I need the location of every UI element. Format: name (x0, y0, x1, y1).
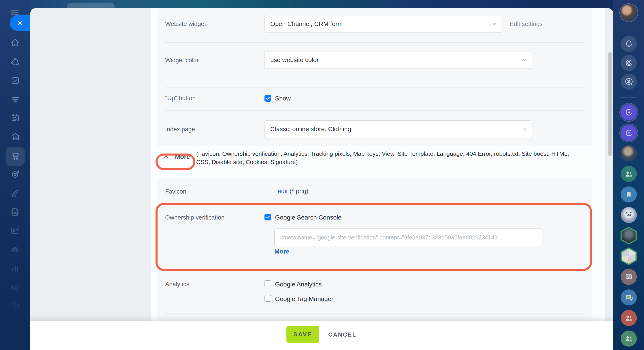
more-items-list: (Favicon, Ownership verification, Analyt… (196, 150, 577, 166)
favicon-edit-link[interactable]: edit (278, 188, 288, 194)
chat-lines-button[interactable] (621, 289, 637, 306)
collaboration-icon (10, 57, 20, 67)
storage-icon (10, 132, 20, 142)
panel-left-column (30, 8, 151, 321)
menu-icon[interactable] (11, 10, 18, 15)
close-icon (16, 20, 23, 26)
edit-settings-link[interactable]: Edit settings (510, 20, 543, 28)
messenger-button[interactable] (621, 74, 637, 90)
hex-avatar-1[interactable] (620, 227, 638, 244)
close-panel-button[interactable] (10, 15, 30, 31)
ownership-verification-label: Ownership verification (165, 214, 225, 221)
sidebar-item-tasks[interactable] (10, 76, 20, 86)
sidebar-item-planner[interactable] (10, 113, 20, 123)
verification-meta-input[interactable]: <meta name="google-site-verification" co… (274, 228, 542, 246)
chevron-down-icon (522, 57, 528, 63)
favicon-hint: (*.png) (288, 188, 308, 194)
app-window: Website widget Open Channel, CRM form Ed… (0, 0, 644, 350)
chat-transfer-icon (624, 77, 634, 86)
copilot-button[interactable] (621, 55, 637, 71)
sidebar-item-ai[interactable] (10, 244, 20, 254)
index-page-label: Index page (165, 126, 195, 133)
sidebar-item-package[interactable] (10, 301, 20, 311)
hex-avatar-2[interactable] (620, 247, 638, 265)
settings-panel: Website widget Open Channel, CRM form Ed… (30, 8, 613, 350)
copilot-icon (624, 58, 634, 68)
widget-settings-card: Website widget Open Channel, CRM form Ed… (157, 8, 592, 146)
rail-divider (620, 97, 637, 98)
user-avatar[interactable] (620, 4, 637, 21)
more-toggle[interactable]: More (175, 153, 190, 160)
home-icon (10, 38, 20, 48)
users-group-red[interactable] (621, 310, 637, 326)
bookmark-icon (624, 190, 634, 199)
copilot-purple-1[interactable] (621, 104, 637, 120)
avatar-cat[interactable] (621, 207, 637, 223)
sidebar-item-documents[interactable] (10, 207, 20, 217)
notifications-button[interactable] (621, 36, 637, 52)
check-icon (266, 214, 270, 220)
sidebar-item-box[interactable] (10, 282, 20, 292)
sidebar-item-marketing[interactable] (10, 169, 20, 179)
index-page-select[interactable]: Classic online store. Clothing (264, 120, 532, 138)
sidebar-item-collaboration[interactable] (10, 57, 20, 67)
google-tag-manager-checkbox[interactable] (264, 295, 271, 302)
chevron-down-icon (522, 126, 528, 132)
sidebar-item-store[interactable] (10, 150, 20, 161)
save-button[interactable]: SAVE (286, 326, 319, 343)
sidebar-item-feed[interactable] (10, 94, 20, 104)
show-option-label: Show (275, 95, 291, 102)
rail-divider (620, 30, 637, 30)
sidebar-item-statistics[interactable] (10, 263, 20, 274)
index-page-value: Classic online store. Clothing (270, 126, 351, 133)
scrollbar-track[interactable] (605, 8, 613, 321)
widget-color-value: use website color (270, 56, 319, 64)
left-sidebar (0, 0, 30, 350)
sidebar-item-storage[interactable] (10, 132, 20, 142)
website-widget-label: Website widget (165, 20, 206, 28)
sidebar-item-contact-card[interactable] (10, 225, 20, 236)
website-widget-select[interactable]: Open Channel, CRM form (264, 15, 502, 33)
users-icon (624, 313, 634, 323)
verification-meta-placeholder: <meta name="google-site-verification" co… (280, 234, 502, 241)
footer-action-bar: SAVE CANCEL (30, 321, 613, 350)
widget-color-select[interactable]: use website color (264, 51, 532, 69)
widget-color-label: Widget color (165, 57, 199, 64)
chevron-up-icon[interactable] (163, 154, 170, 160)
show-checkbox[interactable] (264, 95, 271, 102)
document-edit-icon (10, 207, 20, 217)
site-settings-card: Favicon edit (*.png) Ownership verificat… (157, 180, 592, 321)
pen-icon (10, 188, 20, 198)
sidebar-item-sign[interactable] (10, 188, 20, 198)
google-search-console-checkbox[interactable] (264, 214, 271, 220)
row-divider (165, 313, 583, 314)
monitor-check-icon (624, 272, 634, 282)
right-sidebar (613, 0, 644, 350)
scrollbar-thumb[interactable] (608, 52, 612, 156)
up-button-label: "Up" button (165, 95, 196, 102)
analytics-label: Analytics (165, 281, 189, 288)
copilot-purple-2[interactable] (621, 125, 637, 141)
copilot-icon (624, 108, 634, 117)
google-search-console-label: Google Search Console (275, 214, 342, 221)
tasks-icon (10, 76, 20, 86)
bookmark-button[interactable] (621, 186, 637, 202)
copilot-icon (624, 128, 634, 138)
google-tag-manager-label: Google Tag Manager (275, 296, 334, 302)
feed-icon (10, 94, 20, 104)
chat-lines-icon (624, 293, 634, 302)
google-analytics-checkbox[interactable] (264, 280, 271, 287)
cancel-button[interactable]: CANCEL (327, 326, 358, 343)
row-divider (165, 88, 583, 88)
avatar-man[interactable] (621, 145, 637, 161)
ownership-more-link[interactable]: More (274, 248, 289, 255)
monitor-check-button[interactable] (621, 269, 637, 285)
users-icon (624, 334, 634, 343)
cat-face-icon (624, 210, 634, 220)
hex-avatar-photo (621, 228, 636, 243)
users-group-teal[interactable] (621, 166, 637, 182)
sidebar-item-home[interactable] (10, 38, 20, 48)
users-group-green[interactable] (621, 330, 637, 347)
favicon-value: edit (*.png) (278, 188, 308, 195)
website-widget-value: Open Channel, CRM form (270, 20, 343, 28)
